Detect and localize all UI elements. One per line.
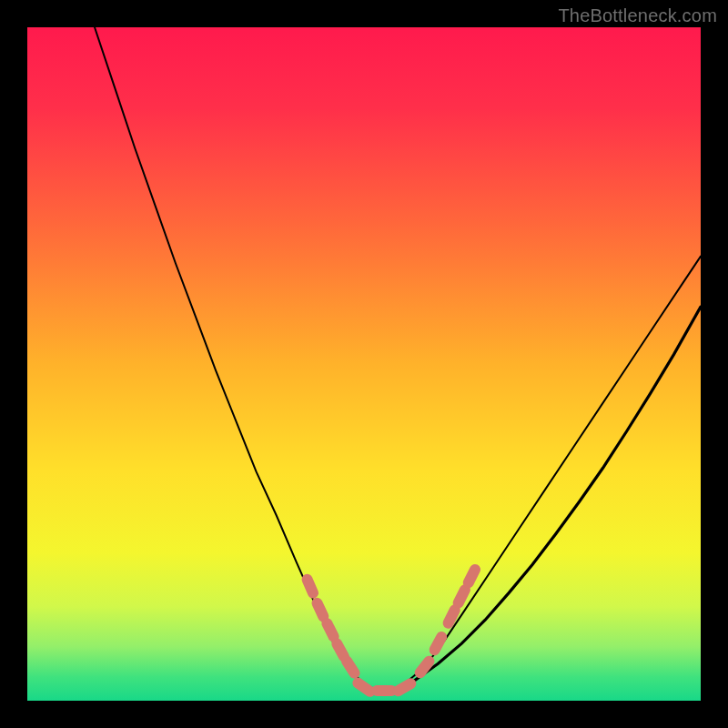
marker-bead <box>435 637 442 650</box>
marker-bead <box>347 661 355 672</box>
marker-bead <box>420 662 430 673</box>
marker-bead <box>469 570 475 582</box>
chart-frame: TheBottleneck.com <box>0 0 728 728</box>
marker-bead <box>459 590 465 602</box>
bottleneck-chart <box>0 0 728 728</box>
marker-bead <box>308 580 313 593</box>
marker-bead <box>449 610 455 622</box>
marker-bead <box>318 603 324 617</box>
marker-bead <box>337 644 344 657</box>
marker-bead <box>399 683 411 691</box>
marker-bead <box>358 683 369 692</box>
marker-bead <box>327 623 333 636</box>
